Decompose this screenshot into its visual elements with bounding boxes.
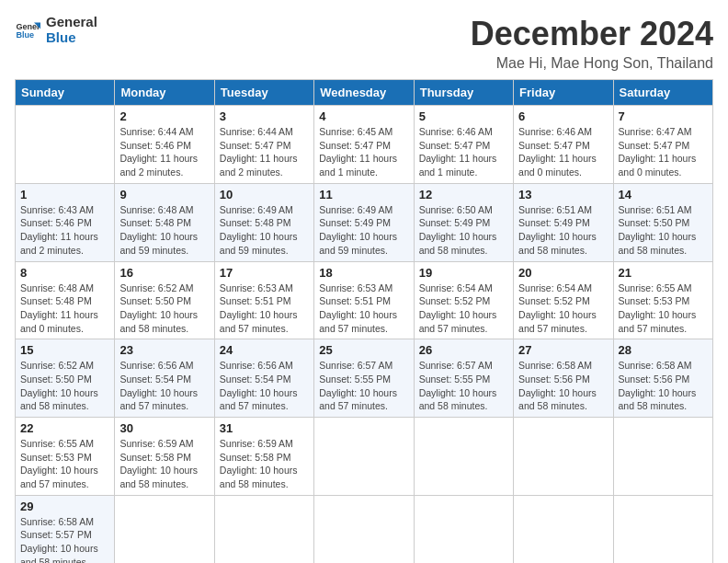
sunrise-15: Sunrise: 6:52 AM [20, 359, 109, 373]
day-number-27: 27 [518, 343, 608, 357]
day-detail-30: Sunrise: 6:59 AMSunset: 5:58 PMDaylight:… [119, 437, 209, 491]
day-cell-19: 19Sunrise: 6:54 AMSunset: 5:52 PMDayligh… [414, 261, 513, 339]
sunrise-14: Sunrise: 6:51 AM [619, 203, 708, 217]
day-cell-20: 20Sunrise: 6:54 AMSunset: 5:52 PMDayligh… [514, 261, 613, 339]
day-detail-12: Sunrise: 6:50 AMSunset: 5:49 PMDaylight:… [419, 203, 508, 258]
day-number-5: 5 [419, 109, 508, 123]
daylight-31: Daylight: 10 hours and 58 minutes. [220, 464, 309, 490]
empty-cell [214, 495, 313, 563]
empty-cell [16, 106, 115, 184]
day-number-12: 12 [419, 188, 508, 201]
day-cell-17: 17Sunrise: 6:53 AMSunset: 5:51 PMDayligh… [214, 261, 313, 339]
sunrise-24: Sunrise: 6:56 AM [220, 359, 309, 373]
sunset-17: Sunset: 5:51 PM [220, 294, 309, 308]
header-thursday: Thursday [414, 80, 513, 106]
day-detail-20: Sunrise: 6:54 AMSunset: 5:52 PMDaylight:… [518, 282, 608, 336]
day-detail-4: Sunrise: 6:45 AMSunset: 5:47 PMDaylight:… [319, 125, 408, 179]
sunrise-23: Sunrise: 6:56 AM [119, 359, 209, 373]
sunrise-31: Sunrise: 6:59 AM [220, 437, 309, 451]
daylight-7: Daylight: 11 hours and 0 minutes. [619, 152, 708, 178]
sunset-10: Sunset: 5:48 PM [220, 216, 309, 230]
daylight-27: Daylight: 10 hours and 58 minutes. [518, 386, 608, 413]
day-cell-29: 29Sunrise: 6:58 AMSunset: 5:57 PMDayligh… [16, 495, 115, 563]
day-number-1: 1 [20, 188, 109, 201]
sunrise-12: Sunrise: 6:50 AM [419, 203, 508, 217]
month-title: December 2024 [471, 15, 713, 53]
sunset-9: Sunset: 5:48 PM [119, 216, 209, 230]
svg-text:Blue: Blue [16, 30, 34, 40]
daylight-23: Daylight: 10 hours and 57 minutes. [119, 386, 209, 413]
title-section: December 2024 Mae Hi, Mae Hong Son, Thai… [471, 15, 713, 72]
sunrise-1: Sunrise: 6:43 AM [20, 203, 109, 217]
day-detail-28: Sunrise: 6:58 AMSunset: 5:56 PMDaylight:… [619, 359, 708, 413]
day-number-14: 14 [619, 188, 708, 201]
day-cell-2: 2Sunrise: 6:44 AMSunset: 5:46 PMDaylight… [115, 106, 214, 184]
sunset-7: Sunset: 5:47 PM [619, 139, 708, 153]
sunset-3: Sunset: 5:47 PM [220, 139, 309, 153]
day-detail-1: Sunrise: 6:43 AMSunset: 5:46 PMDaylight:… [20, 203, 109, 258]
daylight-18: Daylight: 10 hours and 57 minutes. [319, 308, 408, 335]
day-number-30: 30 [119, 421, 209, 435]
week-row-1: 1Sunrise: 6:43 AMSunset: 5:46 PMDaylight… [16, 183, 713, 261]
daylight-20: Daylight: 10 hours and 57 minutes. [518, 308, 608, 335]
day-cell-16: 16Sunrise: 6:52 AMSunset: 5:50 PMDayligh… [115, 261, 214, 339]
sunrise-30: Sunrise: 6:59 AM [119, 437, 209, 451]
day-detail-15: Sunrise: 6:52 AMSunset: 5:50 PMDaylight:… [20, 359, 109, 413]
day-cell-21: 21Sunrise: 6:55 AMSunset: 5:53 PMDayligh… [613, 261, 712, 339]
empty-cell [414, 418, 513, 496]
day-cell-31: 31Sunrise: 6:59 AMSunset: 5:58 PMDayligh… [214, 418, 313, 496]
sunset-15: Sunset: 5:50 PM [20, 373, 109, 386]
sunset-18: Sunset: 5:51 PM [319, 294, 408, 308]
sunrise-13: Sunrise: 6:51 AM [518, 203, 608, 217]
day-cell-7: 7Sunrise: 6:47 AMSunset: 5:47 PMDaylight… [613, 106, 712, 184]
daylight-15: Daylight: 10 hours and 58 minutes. [20, 386, 109, 413]
day-detail-19: Sunrise: 6:54 AMSunset: 5:52 PMDaylight:… [419, 282, 508, 336]
daylight-10: Daylight: 10 hours and 59 minutes. [220, 230, 309, 257]
logo: General Blue General Blue [15, 15, 97, 45]
sunrise-3: Sunrise: 6:44 AM [220, 125, 309, 139]
day-cell-3: 3Sunrise: 6:44 AMSunset: 5:47 PMDaylight… [214, 106, 313, 184]
sunrise-11: Sunrise: 6:49 AM [319, 203, 408, 217]
sunrise-25: Sunrise: 6:57 AM [319, 359, 408, 373]
daylight-8: Daylight: 11 hours and 0 minutes. [20, 308, 109, 335]
logo-icon: General Blue [15, 17, 40, 43]
empty-cell [314, 418, 414, 496]
day-detail-22: Sunrise: 6:55 AMSunset: 5:53 PMDaylight:… [20, 437, 109, 491]
week-row-2: 8Sunrise: 6:48 AMSunset: 5:48 PMDaylight… [16, 261, 713, 339]
empty-cell [414, 495, 513, 563]
day-cell-18: 18Sunrise: 6:53 AMSunset: 5:51 PMDayligh… [314, 261, 414, 339]
sunset-24: Sunset: 5:54 PM [220, 373, 309, 386]
day-detail-16: Sunrise: 6:52 AMSunset: 5:50 PMDaylight:… [119, 282, 209, 336]
day-detail-6: Sunrise: 6:46 AMSunset: 5:47 PMDaylight:… [518, 125, 608, 179]
day-number-6: 6 [518, 109, 608, 123]
week-row-4: 22Sunrise: 6:55 AMSunset: 5:53 PMDayligh… [16, 418, 713, 496]
daylight-16: Daylight: 10 hours and 58 minutes. [119, 308, 209, 335]
sunrise-26: Sunrise: 6:57 AM [419, 359, 508, 373]
sunset-23: Sunset: 5:54 PM [119, 373, 209, 386]
day-detail-31: Sunrise: 6:59 AMSunset: 5:58 PMDaylight:… [220, 437, 309, 491]
day-detail-21: Sunrise: 6:55 AMSunset: 5:53 PMDaylight:… [619, 282, 708, 336]
sunset-12: Sunset: 5:49 PM [419, 216, 508, 230]
day-detail-5: Sunrise: 6:46 AMSunset: 5:47 PMDaylight:… [419, 125, 508, 179]
empty-cell [314, 495, 414, 563]
daylight-30: Daylight: 10 hours and 58 minutes. [119, 464, 209, 490]
logo-text-blue: Blue [46, 30, 97, 46]
day-number-10: 10 [220, 188, 309, 201]
sunset-20: Sunset: 5:52 PM [518, 294, 608, 308]
sunset-16: Sunset: 5:50 PM [119, 294, 209, 308]
day-cell-9: 9Sunrise: 6:48 AMSunset: 5:48 PMDaylight… [115, 183, 214, 261]
sunrise-7: Sunrise: 6:47 AM [619, 125, 708, 139]
day-cell-12: 12Sunrise: 6:50 AMSunset: 5:49 PMDayligh… [414, 183, 513, 261]
day-number-28: 28 [619, 343, 708, 357]
daylight-9: Daylight: 10 hours and 59 minutes. [119, 230, 209, 257]
sunrise-21: Sunrise: 6:55 AM [619, 282, 708, 295]
sunrise-5: Sunrise: 6:46 AM [419, 125, 508, 139]
sunset-1: Sunset: 5:46 PM [20, 216, 109, 230]
sunset-8: Sunset: 5:48 PM [20, 294, 109, 308]
day-number-25: 25 [319, 343, 408, 357]
header-friday: Friday [514, 80, 613, 106]
daylight-14: Daylight: 10 hours and 58 minutes. [619, 230, 708, 257]
sunset-25: Sunset: 5:55 PM [319, 373, 408, 386]
day-number-31: 31 [220, 421, 309, 435]
sunrise-17: Sunrise: 6:53 AM [220, 282, 309, 295]
